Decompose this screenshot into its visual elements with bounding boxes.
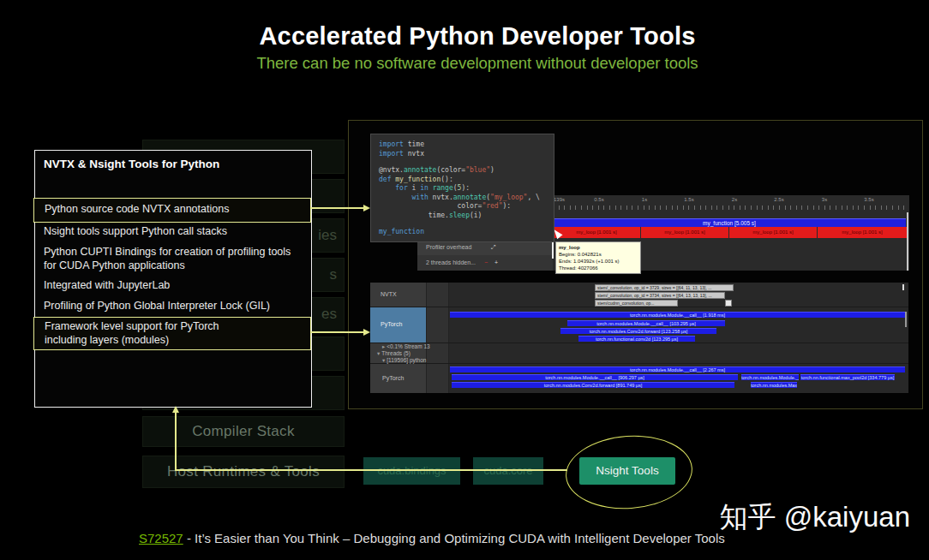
- code-token: color=: [458, 202, 482, 210]
- code-token: [379, 202, 458, 210]
- pytorch-call-bar: torch.nn.modules.Module.__call__ [906.29…: [452, 374, 738, 380]
- code-line: my_function: [379, 228, 554, 237]
- tree-item-label: Threads (5): [381, 350, 411, 356]
- range-tooltip: my_loop Begins: 0.042821s Ends: 1.04392s…: [555, 241, 641, 274]
- page-subtitle: There can be no software development wit…: [13, 54, 929, 73]
- nvtx-range-my-loop: my_loop [1.001 s]: [553, 227, 640, 238]
- row-separator: [370, 307, 908, 307]
- code-token: [379, 194, 412, 201]
- cuda-core-label: cuda.core: [483, 464, 532, 477]
- pytorch-call-bar: torch.nn.modules.Module.__call__ [2.267 …: [450, 366, 905, 372]
- tree-item-label: <0.1% Stream 13: [387, 343, 429, 349]
- ruler-tick: 1s: [642, 197, 647, 202]
- connector-vertical-line: [175, 409, 177, 470]
- pytorch-call-bar: torch.nn.modules.Module.__call__ [1.918 …: [450, 312, 905, 318]
- card-item-4: Integrated with JupyterLab: [44, 279, 170, 293]
- nvtx-event-box: stem/_convolution, op_id = 3734, sizes =…: [595, 292, 725, 299]
- column-separator: [448, 283, 449, 393]
- tooltip-begins: Begins: 0.042821s: [559, 251, 638, 258]
- code-token: @nvtx.: [379, 166, 404, 174]
- code-token: "blue": [465, 166, 490, 174]
- ruler-tick: 2s: [732, 197, 737, 202]
- plus-expand-icon[interactable]: +: [494, 255, 498, 271]
- tooltip-thread: Thread: 4027066: [559, 265, 638, 271]
- tree-caret-icon[interactable]: ▾: [377, 350, 380, 356]
- pytorch-call-bar: torch.nn.functional.max_pool2d [334.779 …: [800, 374, 895, 380]
- timeline-cursor: [552, 240, 554, 259]
- nvtx-range-my-loop: my_loop [1.001 s]: [729, 227, 817, 238]
- threads-hidden-label: 2 threads hidden...: [426, 255, 476, 271]
- card-item-1: Python source code NVTX annotations: [45, 203, 229, 217]
- host-runtimes-box: Host Runtimes & Tools: [142, 456, 345, 488]
- code-token: my_function: [379, 228, 424, 235]
- code-token: (color=: [436, 166, 465, 174]
- connector-host-to-nsight-line: [175, 469, 567, 471]
- code-line: import nvtx: [379, 150, 554, 159]
- code-line: with nvtx.annotate("my_loop", \: [379, 194, 554, 203]
- tree-item-threads[interactable]: ▾Threads (5): [377, 350, 411, 357]
- code-token: for: [395, 184, 407, 192]
- row-pytorch-label: PyTorch: [381, 321, 402, 327]
- code-token: nvtx: [404, 150, 424, 158]
- code-token: time.: [379, 211, 449, 219]
- pytorch-call-bar: torch.nn.modules.Module.__call__ [103.29…: [567, 320, 725, 326]
- code-token: , \: [527, 194, 539, 201]
- nvtx-event-overflow-box: [725, 300, 732, 307]
- pytorch-call-bar: torch.nn.modules.Conv2d.forward [891.749…: [452, 382, 734, 388]
- tooltip-title: my_loop: [559, 244, 638, 251]
- card-item-6: Framework level support for PyTorch incl…: [45, 320, 250, 347]
- connector-annotation-arrowhead: [363, 205, 370, 211]
- row-threads-hidden[interactable]: 2 threads hidden... − +: [417, 255, 553, 271]
- pytorch-call-bar: torch.nn.functional.conv2d [123.295 µs]: [578, 336, 695, 342]
- vertical-scrollbar[interactable]: [907, 212, 908, 271]
- code-token: annotate: [453, 194, 487, 201]
- connector-pytorch-line: [310, 331, 363, 333]
- code-line: for i in range(5):: [379, 184, 554, 194]
- ruler-tick: 2.5s: [774, 197, 783, 202]
- code-token: (i): [470, 211, 482, 219]
- code-token: ):: [461, 184, 470, 192]
- code-token: ():: [441, 176, 453, 183]
- nvtx-range-my-loop: my_loop [1.001 s]: [818, 227, 907, 238]
- row-nvtx-label: NVTX: [381, 291, 397, 297]
- code-token: [379, 184, 395, 192]
- code-token: my_function: [395, 176, 441, 183]
- ruler-tick: 139s: [554, 197, 565, 202]
- nsys-timeline-bottom: NVTX PyTorch PyTorch stem/_convolution, …: [370, 283, 908, 393]
- code-token: import: [379, 150, 404, 158]
- slide: { "header": { "title": "Accelerated Pyth…: [0, 0, 929, 560]
- code-token: sleep: [449, 211, 470, 219]
- code-token: with: [412, 194, 429, 201]
- code-blank-line: [379, 158, 554, 166]
- nvtx-nsight-card: NVTX & Nsight Tools for Python Python so…: [34, 150, 312, 408]
- connector-pytorch-arrowhead: [363, 329, 370, 336]
- code-token: ): [490, 166, 494, 174]
- ruler-tick: 3s: [822, 197, 827, 202]
- row-pytorch2-label: PyTorch: [382, 375, 404, 381]
- tree-item-python-process[interactable]: ▾[119596] python: [382, 357, 426, 364]
- cuda-bindings-box: cuda.bindings: [363, 457, 460, 485]
- cuda-core-box: cuda.core: [473, 457, 543, 485]
- nvtx-event-box: stem/cudnn_convolution, op...: [595, 300, 678, 307]
- code-line: @nvtx.annotate(color="blue"): [379, 166, 554, 176]
- vertical-scrollbar[interactable]: [905, 312, 907, 327]
- tree-caret-icon[interactable]: ▾: [382, 357, 385, 363]
- tree-item-stream[interactable]: ▸<0.1% Stream 13: [382, 343, 430, 350]
- code-line: def my_function():: [379, 176, 554, 185]
- code-token: range: [433, 184, 453, 192]
- minus-icon[interactable]: −: [484, 255, 488, 271]
- compiler-stack-label: Compiler Stack: [192, 423, 294, 439]
- card-item-5: Profiling of Python Global Interpreter L…: [44, 300, 270, 313]
- code-token: import: [379, 140, 404, 148]
- nvtx-event-box: stem/_convolution, op_id = 3729, sizes =…: [595, 284, 734, 291]
- row-separator: [370, 363, 908, 364]
- nvtx-range-my-loop: my_loop [1.001 s]: [641, 227, 728, 238]
- code-line: import time: [379, 140, 554, 150]
- row-toggle-column: [426, 283, 448, 393]
- card-item-3: Python CUPTI Bindings for creation of pr…: [44, 246, 303, 272]
- page-title: Accelerated Python Developer Tools: [13, 22, 929, 51]
- highlight-box-nvtx-annotations: Python source code NVTX annotations: [33, 198, 311, 223]
- code-token: "red": [482, 202, 502, 210]
- code-token: annotate: [404, 166, 437, 174]
- tree-caret-icon[interactable]: ▸: [382, 343, 385, 349]
